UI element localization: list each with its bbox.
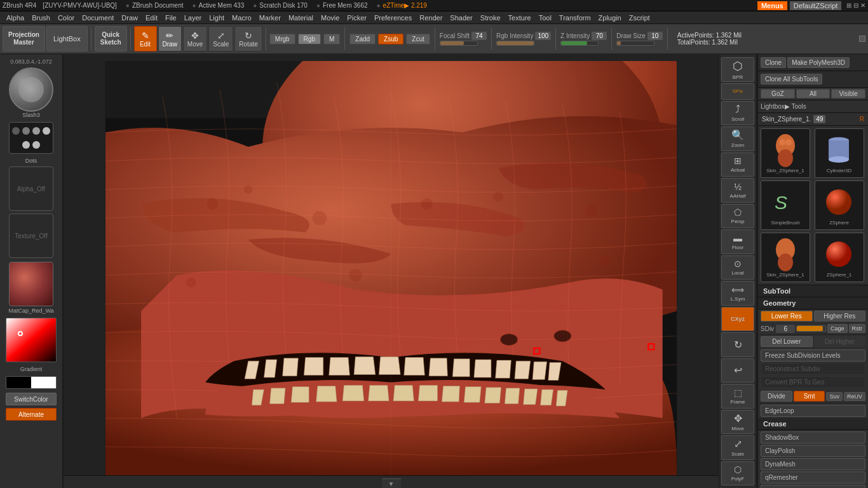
clone-all-subtools-button[interactable]: Clone All SubTools [761,74,822,85]
model-zsphere1[interactable]: ZSphere_1 [815,233,864,282]
divide-button[interactable]: Divide [761,391,792,402]
menu-zplugin[interactable]: Zplugin [595,11,625,24]
model-skin-zsphere1-b[interactable]: Skin_ZSphere_1 [761,233,810,282]
z-intensity-value[interactable]: 70 [592,32,607,40]
lsym-button[interactable]: ⟺ L.Sym [721,281,754,306]
actual-button[interactable]: ⊞ Actual [721,152,754,177]
lightbox-section[interactable]: Lightbox▶ Tools [758,100,868,113]
make-polymesh3d-button[interactable]: Make PolyMesh3D [787,57,850,68]
geometry-section-header[interactable]: Geometry [758,297,868,309]
menu-layer[interactable]: Layer [180,11,206,24]
subtool-section-header[interactable]: SubTool [758,285,868,297]
floor-button[interactable]: ▬ Floor [721,229,754,254]
aahalf-button[interactable]: ½ AAHalf [721,178,754,203]
mrgb-button[interactable]: Mrgb [269,34,295,44]
menu-light[interactable]: Light [205,11,228,24]
menu-brush[interactable]: Brush [28,11,54,24]
rotate-button[interactable]: ↻ Rotate [234,26,262,51]
canvas-area[interactable]: ▼ [64,55,719,488]
smt-button[interactable]: Smt [794,391,825,402]
crease-section-header[interactable]: Crease [758,418,868,430]
rgb-button[interactable]: Rgb [298,34,321,44]
zadd-button[interactable]: Zadd [349,34,376,44]
claypolish-button[interactable]: ClayPolish [761,445,865,457]
color-picker[interactable] [6,318,57,362]
lower-res-button[interactable]: Lower Res [761,311,813,322]
menu-color[interactable]: Color [54,11,78,24]
menu-texture[interactable]: Texture [505,11,535,24]
shadowbox-button[interactable]: ShadowBox [761,431,865,444]
lightbox-button[interactable]: LightBox [46,26,88,51]
stroke-selector[interactable] [9,122,53,154]
spix-button[interactable]: SPix [721,83,754,100]
draw-size-value[interactable]: 10 [648,32,663,40]
menu-file[interactable]: File [161,11,180,24]
nav-arrow-button[interactable]: ▼ [382,478,401,488]
model-cylinder3d[interactable]: Cylinder3D [815,128,864,178]
move-button[interactable]: ✥ Move [183,26,207,51]
menu-preferences[interactable]: Preferences [370,11,416,24]
frame-button[interactable]: ⬚ Frame [721,384,754,409]
right-panel-scrollable[interactable]: SubTool Geometry Lower Res Higher Res SD… [758,285,868,488]
higher-res-button[interactable]: Higher Res [814,311,866,322]
goz-button[interactable]: GoZ [761,89,795,98]
texture-selector[interactable]: Texture_Off [9,214,53,258]
rgb-intensity-value[interactable]: 100 [535,32,551,40]
dynamesh-button[interactable]: DynaMesh [761,458,865,470]
draw-size-slider[interactable] [616,41,654,46]
menu-shader[interactable]: Shader [446,11,476,24]
freeze-subdiv-button[interactable]: Freeze SubDivision Levels [761,349,865,362]
all-button[interactable]: All [796,89,831,98]
visible-button[interactable]: Visible [831,89,865,98]
scroll-button[interactable]: ⤴ Scroll [721,101,754,126]
m-button[interactable]: M [323,34,340,44]
del-lower-button[interactable]: Del Lower [761,336,813,347]
menu-zscript[interactable]: Zscript [625,11,654,24]
extra-tool-button[interactable]: ↩ [721,358,754,383]
edit-button[interactable]: ✎ Edit [134,26,157,51]
alpha-selector[interactable]: Alpha_Off [9,166,53,211]
menus-button[interactable]: Menus [757,1,787,10]
quick-sketch-button[interactable]: Quick Sketch [95,26,127,51]
model-simplebrush[interactable]: S SimpleBrush [761,180,810,230]
projection-master-button[interactable]: Projection Master [3,26,45,51]
switch-color-button[interactable]: SwitchColor [6,393,57,405]
menu-document[interactable]: Document [78,11,118,24]
zcut-button[interactable]: Zcut [406,34,430,44]
menu-picker[interactable]: Picker [343,11,370,24]
clone-button[interactable]: Clone [761,57,786,68]
z-intensity-slider[interactable] [560,41,599,46]
brush-selector[interactable]: Slash3 [9,67,53,118]
menu-tool[interactable]: Tool [535,11,555,24]
focal-shift-value[interactable]: 74 [471,32,487,40]
bpr-button[interactable]: ⬡ BPR [721,57,754,82]
rotate2-button[interactable]: ↻ [721,332,754,357]
menu-stroke[interactable]: Stroke [477,11,505,24]
menu-macro[interactable]: Macro [228,11,255,24]
zoom-button[interactable]: 🔍 Zoom [721,126,754,151]
reuv-button[interactable]: ReUV [844,392,865,401]
material-selector[interactable]: MatCap_Red_Wa [8,261,53,314]
modify-topology-button[interactable]: Modify Topology [761,485,865,488]
defaultzscript-button[interactable]: DefaultZScript [790,1,842,10]
scale-button[interactable]: ⤢ Scale [208,26,233,51]
menu-material[interactable]: Material [285,11,317,24]
menu-movie[interactable]: Movie [317,11,343,24]
menu-draw[interactable]: Draw [118,11,142,24]
menu-render[interactable]: Render [416,11,446,24]
zsub-button[interactable]: Zsub [378,34,403,44]
edgeloop-button[interactable]: EdgeLoop [761,405,865,417]
rgb-intensity-slider[interactable] [496,41,534,46]
local-button[interactable]: ⊙ Local [721,255,754,280]
sdiv-value[interactable]: 6 [776,325,795,333]
cage-button[interactable]: Cage [827,324,848,333]
move2-button[interactable]: ✥ Move [721,410,754,435]
menu-marker[interactable]: Marker [255,11,285,24]
persp-button[interactable]: ⬠ Persp [721,204,754,229]
rstr-button[interactable]: Rstr [849,324,866,333]
menu-alpha[interactable]: Alpha [3,11,28,24]
menu-transform[interactable]: Transform [555,11,595,24]
suv-button[interactable]: Suv [826,392,843,401]
gradient-selector[interactable] [6,376,57,389]
alternate-button[interactable]: Alternate [6,408,57,421]
